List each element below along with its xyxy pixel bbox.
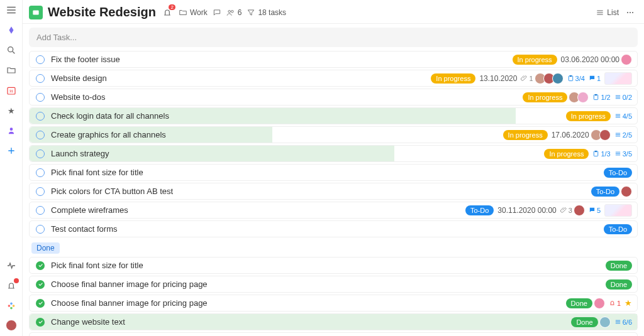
task-title: Pick final font size for title [51, 168, 143, 177]
clipboard-icon[interactable]: 1/3 [592, 150, 610, 158]
task-row[interactable]: Pick final font size for titleDone [29, 257, 638, 274]
members-meta[interactable]: 6 [226, 8, 242, 17]
bell-icon[interactable]: 2 [161, 6, 174, 19]
task-row[interactable]: Choose final banner image for pricing pa… [29, 295, 638, 312]
plus-icon[interactable] [5, 144, 18, 157]
assignee-avatars[interactable] [576, 205, 585, 216]
status-pill[interactable]: Done [606, 279, 632, 290]
status-open-icon[interactable] [36, 131, 45, 139]
task-title: Test contact forms [51, 224, 117, 234]
assignee-avatars[interactable] [593, 129, 611, 141]
task-row[interactable]: Website to-dosIn progress1/20/2 [29, 89, 638, 106]
task-title: Change website text [51, 317, 125, 327]
task-row[interactable]: Launch strategyIn progress1/33/5 [29, 145, 638, 162]
task-title: Website design [51, 73, 107, 83]
checklist-icon[interactable]: 3/5 [614, 150, 632, 158]
status-pill[interactable]: To-Do [465, 205, 494, 215]
status-pill[interactable]: In progress [523, 92, 567, 102]
clipboard-icon[interactable]: 3/4 [567, 75, 585, 82]
task-row[interactable]: Inform Olivia about the new designDone [29, 332, 638, 336]
assignee-avatars[interactable] [623, 186, 632, 197]
task-row[interactable]: Complete wireframesTo-Do30.11.2020 00:00… [29, 202, 638, 219]
clipboard-icon[interactable]: 1/2 [592, 94, 610, 101]
assignee-avatars[interactable] [537, 73, 564, 84]
status-pill[interactable]: In progress [513, 55, 557, 65]
apps-icon[interactable] [5, 300, 18, 312]
status-pill[interactable]: Done [606, 261, 632, 271]
svg-point-9 [231, 10, 233, 13]
more-icon[interactable] [624, 6, 636, 19]
status-pill[interactable]: To-Do [591, 187, 619, 197]
task-title: Fix the footer issue [51, 55, 120, 64]
assignee-avatars[interactable] [571, 92, 589, 103]
diamond-icon[interactable] [5, 24, 18, 36]
activity-icon[interactable] [5, 259, 18, 272]
task-row[interactable]: Website designIn progress13.10.202013/41 [29, 70, 638, 87]
checklist-icon[interactable]: 2/5 [614, 131, 632, 139]
chat-icon[interactable]: 5 [589, 207, 601, 214]
status-done-icon[interactable] [36, 280, 45, 289]
folder-meta[interactable]: Work [179, 8, 208, 17]
checklist-icon[interactable]: 6/6 [614, 318, 632, 326]
status-open-icon[interactable] [36, 74, 45, 83]
status-open-icon[interactable] [36, 187, 45, 196]
thumbnail[interactable] [604, 72, 632, 85]
chat-meta[interactable] [213, 8, 221, 17]
status-open-icon[interactable] [36, 206, 45, 215]
status-done-icon[interactable] [36, 261, 45, 270]
add-task-input[interactable]: Add Task... [29, 28, 638, 47]
project-icon [29, 6, 43, 19]
menu-icon[interactable] [5, 4, 18, 16]
person-icon[interactable] [5, 124, 18, 137]
star-icon[interactable]: ★ [625, 298, 632, 308]
status-open-icon[interactable] [36, 149, 45, 158]
task-row[interactable]: Fix the footer issueIn progress03.06.202… [29, 51, 638, 68]
checklist-icon[interactable]: 4/5 [614, 112, 632, 120]
status-open-icon[interactable] [36, 225, 45, 234]
task-row[interactable]: Pick final font size for titleTo-Do [29, 164, 638, 181]
bell-nav-icon[interactable] [5, 279, 18, 292]
status-open-icon[interactable] [36, 55, 45, 64]
svg-text:31: 31 [9, 89, 13, 93]
thumbnail[interactable] [604, 204, 632, 217]
status-pill[interactable]: In progress [566, 111, 611, 121]
attachment-icon[interactable]: 1 [521, 75, 533, 82]
status-pill[interactable]: In progress [431, 73, 475, 84]
attachment-icon[interactable]: 3 [560, 207, 572, 214]
status-open-icon[interactable] [36, 112, 45, 121]
filter-meta[interactable]: 18 tasks [247, 8, 286, 17]
chat-icon[interactable]: 1 [589, 75, 601, 82]
reminder-icon[interactable]: 1 [609, 300, 621, 307]
search-icon[interactable] [5, 44, 18, 57]
status-open-icon[interactable] [36, 168, 45, 177]
section-done[interactable]: Done [31, 242, 60, 254]
task-row[interactable]: Choose final banner image for pricing pa… [29, 276, 638, 293]
status-pill[interactable]: In progress [503, 130, 548, 140]
status-open-icon[interactable] [36, 93, 45, 102]
calendar-icon[interactable]: 31 [5, 84, 18, 97]
checklist-icon[interactable]: 0/2 [614, 94, 632, 101]
task-row[interactable]: Create graphics for all channelsIn progr… [29, 126, 638, 143]
status-pill[interactable]: Done [571, 317, 597, 327]
assignee-avatars[interactable] [623, 54, 632, 65]
assignee-avatars[interactable] [596, 298, 605, 309]
task-row[interactable]: Check login data for all channelsIn prog… [29, 107, 638, 124]
status-pill[interactable]: To-Do [604, 224, 632, 234]
view-list-button[interactable]: List [596, 8, 619, 17]
status-pill[interactable]: Done [566, 298, 592, 308]
task-title: Pick colors for CTA button AB test [51, 187, 173, 196]
task-row[interactable]: Test contact formsTo-Do [29, 220, 638, 237]
status-done-icon[interactable] [36, 299, 45, 308]
task-date: 30.11.2020 00:00 [497, 206, 556, 215]
svg-point-8 [228, 10, 231, 13]
status-done-icon[interactable] [36, 318, 45, 327]
svg-point-5 [12, 305, 14, 307]
status-pill[interactable]: In progress [544, 149, 589, 159]
status-pill[interactable]: To-Do [604, 168, 632, 178]
task-row[interactable]: Change website textDone6/6 [29, 313, 638, 330]
user-avatar[interactable] [6, 320, 17, 331]
assignee-avatars[interactable] [602, 317, 611, 328]
folder-plus-icon[interactable] [5, 64, 18, 77]
task-row[interactable]: Pick colors for CTA button AB testTo-Do [29, 183, 638, 200]
star-icon[interactable]: ★ [5, 104, 18, 117]
